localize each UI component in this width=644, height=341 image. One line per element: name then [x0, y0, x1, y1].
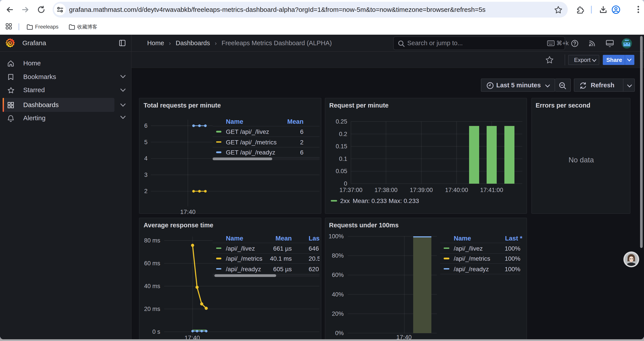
svg-text:17:39:00: 17:39:00	[410, 187, 432, 193]
svg-text:2xx: 2xx	[340, 197, 350, 204]
svg-text:0.25: 0.25	[335, 118, 347, 125]
svg-text:0 s: 0 s	[152, 328, 160, 335]
svg-text:0.1: 0.1	[339, 156, 347, 162]
svg-text:17:40:00: 17:40:00	[445, 187, 468, 193]
svg-text:17:40: 17:40	[180, 208, 195, 214]
svg-text:80 ms: 80 ms	[144, 237, 160, 244]
svg-text:3: 3	[144, 172, 147, 178]
svg-text:4: 4	[144, 155, 147, 162]
svg-text:Max: 0.233: Max: 0.233	[388, 197, 419, 204]
svg-text:0.15: 0.15	[335, 143, 347, 150]
svg-text:40 ms: 40 ms	[144, 283, 160, 289]
svg-text:0%: 0%	[335, 329, 344, 336]
svg-text:20%: 20%	[332, 310, 344, 317]
svg-text:2: 2	[144, 188, 147, 194]
svg-text:100%: 100%	[328, 233, 344, 239]
svg-text:17:37:00: 17:37:00	[339, 187, 362, 193]
svg-text:60%: 60%	[332, 271, 344, 278]
svg-text:0.05: 0.05	[335, 168, 347, 174]
svg-text:80%: 80%	[332, 252, 344, 259]
svg-text:0.2: 0.2	[339, 131, 347, 137]
svg-text:40%: 40%	[332, 291, 344, 297]
svg-text:17:40: 17:40	[184, 334, 200, 339]
svg-text:0: 0	[344, 180, 347, 187]
svg-text:Mean: 0.233: Mean: 0.233	[352, 197, 387, 204]
svg-text:5: 5	[144, 139, 147, 146]
svg-text:20 ms: 20 ms	[144, 305, 160, 312]
svg-text:17:40: 17:40	[396, 333, 412, 339]
svg-text:17:41:00: 17:41:00	[480, 187, 503, 193]
svg-text:17:38:00: 17:38:00	[374, 187, 397, 193]
svg-text:6: 6	[144, 122, 147, 129]
svg-text:60 ms: 60 ms	[144, 260, 160, 266]
